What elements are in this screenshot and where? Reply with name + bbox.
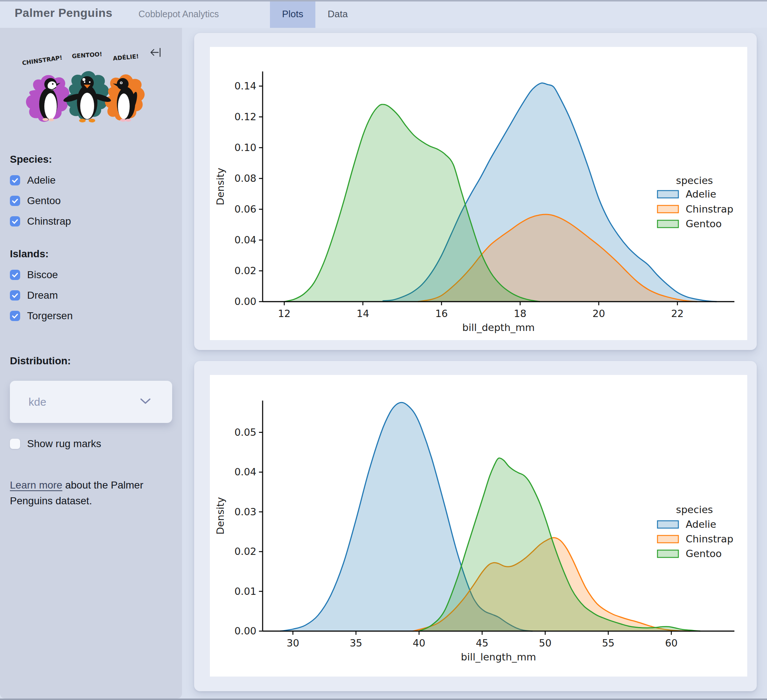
legend-entry-label: Chinstrap <box>686 533 733 545</box>
legend-swatch <box>657 536 678 543</box>
density-plot-svg: 303540455055600.000.010.020.030.040.05bi… <box>210 375 747 676</box>
svg-text:0.04: 0.04 <box>234 234 256 246</box>
sidebar: CHINSTRAP! GENTOO! ADÉLIE! Species: Adel… <box>0 28 182 698</box>
legend-title: species <box>676 175 713 186</box>
species-checkbox-adelie[interactable]: Adelie <box>10 175 172 186</box>
checkbox-label: Adelie <box>27 174 56 186</box>
plot-canvas-bill-length: 303540455055600.000.010.020.030.040.05bi… <box>210 375 747 676</box>
svg-text:30: 30 <box>286 637 299 649</box>
svg-text:0.03: 0.03 <box>234 506 256 518</box>
density-plot-svg: 1214161820220.000.020.040.060.080.100.12… <box>210 47 747 340</box>
legend-entry-label: Chinstrap <box>686 203 733 215</box>
svg-text:0.12: 0.12 <box>234 111 256 123</box>
svg-text:45: 45 <box>476 637 488 649</box>
svg-text:0.14: 0.14 <box>234 80 256 92</box>
svg-text:0.00: 0.00 <box>234 625 256 636</box>
svg-text:12: 12 <box>278 308 290 319</box>
checkbox-unchecked-icon <box>10 439 20 449</box>
legend-entry-label: Adelie <box>686 518 716 530</box>
app-title: Palmer Penguins <box>15 6 113 20</box>
distribution-heading: Distribution: <box>10 355 172 367</box>
checkbox-label: Show rug marks <box>27 438 101 450</box>
checkbox-checked-icon <box>10 196 20 206</box>
checkbox-label: Biscoe <box>27 269 58 281</box>
svg-text:20: 20 <box>593 308 605 319</box>
svg-text:55: 55 <box>602 637 614 649</box>
distribution-select[interactable]: kde <box>10 381 172 423</box>
legend-swatch <box>657 521 678 528</box>
checkbox-label: Chinstrap <box>27 215 71 227</box>
legend-entry-label: Gentoo <box>686 218 722 230</box>
svg-text:18: 18 <box>514 308 526 319</box>
sidebar-collapse-icon[interactable] <box>150 47 162 58</box>
chevron-down-icon <box>140 398 151 406</box>
svg-text:50: 50 <box>539 637 551 649</box>
x-axis-label: bill_depth_mm <box>462 322 535 333</box>
legend-entry-label: Adelie <box>686 188 716 200</box>
kde-chart-bill-depth: 1214161820220.000.020.040.060.080.100.12… <box>210 47 747 340</box>
y-axis-label: Density <box>215 168 226 206</box>
species-checkbox-chinstrap[interactable]: Chinstrap <box>10 216 172 227</box>
svg-text:0.02: 0.02 <box>234 546 256 557</box>
app-subtitle: Cobblepot Analytics <box>138 9 219 19</box>
svg-text:0.05: 0.05 <box>234 427 256 438</box>
island-checkbox-biscoe[interactable]: Biscoe <box>10 269 172 281</box>
checkbox-checked-icon <box>10 311 20 321</box>
checkbox-checked-icon <box>10 290 20 301</box>
checkbox-label: Dream <box>27 290 58 301</box>
tab-data[interactable]: Data <box>315 0 360 28</box>
svg-text:0.08: 0.08 <box>234 172 256 184</box>
checkbox-checked-icon <box>10 216 20 226</box>
legend-title: species <box>676 504 713 515</box>
species-checkbox-gentoo[interactable]: Gentoo <box>10 195 172 206</box>
svg-text:0.04: 0.04 <box>234 466 256 478</box>
plot-card-bill-length: 303540455055600.000.010.020.030.040.05bi… <box>194 361 757 691</box>
svg-text:16: 16 <box>435 308 447 319</box>
species-heading: Species: <box>10 153 172 165</box>
gentoo-label: GENTOO! <box>72 51 103 60</box>
island-checkbox-torgersen[interactable]: Torgersen <box>10 311 172 321</box>
checkbox-label: Torgersen <box>27 310 73 322</box>
plot-canvas-bill-depth: 1214161820220.000.020.040.060.080.100.12… <box>210 47 747 340</box>
plot-card-bill-depth: 1214161820220.000.020.040.060.080.100.12… <box>194 33 757 350</box>
adelie-label: ADÉLIE! <box>113 53 139 62</box>
island-checkbox-dream[interactable]: Dream <box>10 290 172 301</box>
svg-text:22: 22 <box>671 308 683 319</box>
legend-swatch <box>657 191 678 198</box>
svg-text:40: 40 <box>413 637 425 649</box>
tab-plots[interactable]: Plots <box>270 0 315 28</box>
app-header: Palmer Penguins Cobblepot Analytics Plot… <box>0 0 767 28</box>
legend-swatch <box>657 550 678 557</box>
checkbox-checked-icon <box>10 270 20 280</box>
rug-marks-checkbox[interactable]: Show rug marks <box>10 438 172 449</box>
svg-text:14: 14 <box>357 308 369 319</box>
islands-heading: Islands: <box>10 248 172 260</box>
svg-text:35: 35 <box>350 637 362 649</box>
svg-text:0.01: 0.01 <box>234 586 256 597</box>
svg-text:0.10: 0.10 <box>234 142 256 153</box>
y-axis-label: Density <box>215 497 226 535</box>
penguins-artwork-image: CHINSTRAP! GENTOO! ADÉLIE! <box>12 49 153 128</box>
x-axis-label: bill_length_mm <box>461 651 536 663</box>
svg-text:60: 60 <box>665 637 678 649</box>
legend-swatch <box>657 220 678 228</box>
legend-entry-label: Gentoo <box>686 548 722 559</box>
distribution-select-value: kde <box>29 396 46 408</box>
kde-chart-bill-length: 303540455055600.000.010.020.030.040.05bi… <box>210 375 747 676</box>
checkbox-label: Gentoo <box>27 195 61 207</box>
checkbox-checked-icon <box>10 175 20 185</box>
dataset-info-text: Learn more about the Palmer Penguins dat… <box>10 477 173 509</box>
svg-text:0.02: 0.02 <box>234 265 256 276</box>
legend-swatch <box>657 206 678 213</box>
svg-text:0.06: 0.06 <box>234 203 256 215</box>
svg-text:0.00: 0.00 <box>234 296 256 307</box>
learn-more-link[interactable]: Learn more <box>10 479 62 491</box>
chinstrap-label: CHINSTRAP! <box>22 54 63 66</box>
